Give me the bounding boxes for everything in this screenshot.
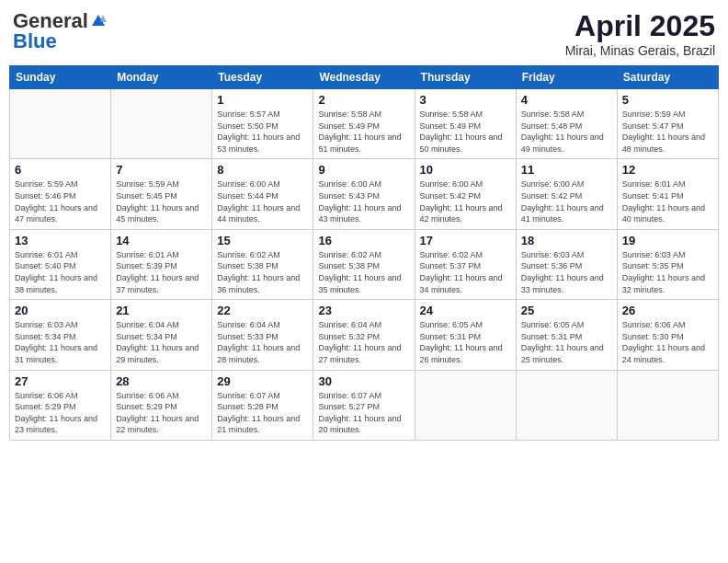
calendar-week-row: 1Sunrise: 5:57 AM Sunset: 5:50 PM Daylig… [10,89,719,159]
day-number: 22 [217,304,308,317]
calendar-cell: 17Sunrise: 6:02 AM Sunset: 5:37 PM Dayli… [415,229,516,299]
day-number: 16 [318,234,409,247]
day-number: 14 [116,234,207,247]
calendar-week-row: 6Sunrise: 5:59 AM Sunset: 5:46 PM Daylig… [10,159,719,229]
day-detail: Sunrise: 6:05 AM Sunset: 5:31 PM Dayligh… [420,319,511,365]
day-number: 9 [318,163,409,177]
calendar-cell: 3Sunrise: 5:58 AM Sunset: 5:49 PM Daylig… [415,89,516,159]
day-number: 19 [622,234,713,247]
day-detail: Sunrise: 6:01 AM Sunset: 5:39 PM Dayligh… [116,249,207,295]
calendar-cell: 7Sunrise: 5:59 AM Sunset: 5:45 PM Daylig… [111,159,212,229]
calendar-cell: 10Sunrise: 6:00 AM Sunset: 5:42 PM Dayli… [415,159,516,229]
calendar-cell: 9Sunrise: 6:00 AM Sunset: 5:43 PM Daylig… [313,159,415,229]
day-number: 5 [622,93,713,107]
day-detail: Sunrise: 5:59 AM Sunset: 5:46 PM Dayligh… [15,178,106,224]
day-number: 18 [521,234,612,247]
day-number: 8 [217,163,308,177]
day-detail: Sunrise: 6:00 AM Sunset: 5:42 PM Dayligh… [420,178,511,224]
calendar-cell: 21Sunrise: 6:04 AM Sunset: 5:34 PM Dayli… [111,300,212,370]
day-number: 7 [116,163,207,177]
day-number: 3 [420,93,511,107]
day-number: 4 [521,93,612,107]
calendar-cell: 15Sunrise: 6:02 AM Sunset: 5:38 PM Dayli… [212,229,313,299]
calendar-cell: 13Sunrise: 6:01 AM Sunset: 5:40 PM Dayli… [10,229,111,299]
day-detail: Sunrise: 6:02 AM Sunset: 5:37 PM Dayligh… [420,249,511,295]
day-number: 2 [318,93,409,107]
calendar-cell: 22Sunrise: 6:04 AM Sunset: 5:33 PM Dayli… [212,300,313,370]
day-header-thursday: Thursday [415,66,516,89]
day-detail: Sunrise: 6:03 AM Sunset: 5:35 PM Dayligh… [622,249,713,295]
calendar-cell: 11Sunrise: 6:00 AM Sunset: 5:42 PM Dayli… [516,159,617,229]
day-detail: Sunrise: 6:01 AM Sunset: 5:41 PM Dayligh… [622,178,713,224]
day-detail: Sunrise: 6:06 AM Sunset: 5:30 PM Dayligh… [622,319,713,365]
day-number: 26 [622,304,713,317]
day-detail: Sunrise: 6:04 AM Sunset: 5:32 PM Dayligh… [318,319,409,365]
day-detail: Sunrise: 5:58 AM Sunset: 5:48 PM Dayligh… [521,109,612,155]
day-header-saturday: Saturday [617,66,718,89]
calendar-week-row: 20Sunrise: 6:03 AM Sunset: 5:34 PM Dayli… [10,300,719,370]
day-detail: Sunrise: 6:05 AM Sunset: 5:31 PM Dayligh… [521,319,612,365]
calendar-cell: 25Sunrise: 6:05 AM Sunset: 5:31 PM Dayli… [516,300,617,370]
day-detail: Sunrise: 6:00 AM Sunset: 5:42 PM Dayligh… [521,178,612,224]
calendar-cell: 29Sunrise: 6:07 AM Sunset: 5:28 PM Dayli… [212,370,313,440]
page-header: General Blue April 2025 Mirai, Minas Ger… [9,9,719,58]
day-detail: Sunrise: 6:00 AM Sunset: 5:43 PM Dayligh… [318,178,409,224]
day-number: 28 [116,374,207,388]
day-number: 17 [420,234,511,247]
day-detail: Sunrise: 5:58 AM Sunset: 5:49 PM Dayligh… [318,109,409,155]
day-detail: Sunrise: 6:03 AM Sunset: 5:36 PM Dayligh… [521,249,612,295]
day-number: 23 [318,304,409,317]
day-detail: Sunrise: 6:04 AM Sunset: 5:33 PM Dayligh… [217,319,308,365]
day-detail: Sunrise: 6:02 AM Sunset: 5:38 PM Dayligh… [217,249,308,295]
day-number: 10 [420,163,511,177]
calendar-cell: 5Sunrise: 5:59 AM Sunset: 5:47 PM Daylig… [617,89,718,159]
day-header-tuesday: Tuesday [212,66,313,89]
day-number: 15 [217,234,308,247]
calendar-cell [617,370,718,440]
day-detail: Sunrise: 6:07 AM Sunset: 5:28 PM Dayligh… [217,390,308,436]
calendar-cell: 18Sunrise: 6:03 AM Sunset: 5:36 PM Dayli… [516,229,617,299]
day-detail: Sunrise: 5:57 AM Sunset: 5:50 PM Dayligh… [217,109,308,155]
calendar-cell: 16Sunrise: 6:02 AM Sunset: 5:38 PM Dayli… [313,229,415,299]
calendar-week-row: 27Sunrise: 6:06 AM Sunset: 5:29 PM Dayli… [10,370,719,440]
day-header-monday: Monday [111,66,212,89]
day-header-wednesday: Wednesday [313,66,415,89]
day-header-sunday: Sunday [10,66,111,89]
calendar-cell: 27Sunrise: 6:06 AM Sunset: 5:29 PM Dayli… [10,370,111,440]
calendar-cell: 2Sunrise: 5:58 AM Sunset: 5:49 PM Daylig… [313,89,415,159]
calendar-cell: 30Sunrise: 6:07 AM Sunset: 5:27 PM Dayli… [313,370,415,440]
day-detail: Sunrise: 6:07 AM Sunset: 5:27 PM Dayligh… [318,390,409,436]
day-number: 1 [217,93,308,107]
day-detail: Sunrise: 6:02 AM Sunset: 5:38 PM Dayligh… [318,249,409,295]
calendar-cell: 26Sunrise: 6:06 AM Sunset: 5:30 PM Dayli… [617,300,718,370]
location: Mirai, Minas Gerais, Brazil [565,43,715,58]
day-number: 6 [15,163,106,177]
day-detail: Sunrise: 5:59 AM Sunset: 5:45 PM Dayligh… [116,178,207,224]
logo: General Blue [13,9,107,53]
day-number: 24 [420,304,511,317]
title-block: April 2025 Mirai, Minas Gerais, Brazil [565,9,715,58]
day-number: 13 [15,234,106,247]
day-number: 21 [116,304,207,317]
calendar-week-row: 13Sunrise: 6:01 AM Sunset: 5:40 PM Dayli… [10,229,719,299]
day-number: 12 [622,163,713,177]
calendar-cell: 19Sunrise: 6:03 AM Sunset: 5:35 PM Dayli… [617,229,718,299]
calendar-cell: 23Sunrise: 6:04 AM Sunset: 5:32 PM Dayli… [313,300,415,370]
day-detail: Sunrise: 6:00 AM Sunset: 5:44 PM Dayligh… [217,178,308,224]
calendar-cell: 1Sunrise: 5:57 AM Sunset: 5:50 PM Daylig… [212,89,313,159]
calendar-cell: 28Sunrise: 6:06 AM Sunset: 5:29 PM Dayli… [111,370,212,440]
day-number: 11 [521,163,612,177]
logo-icon [90,13,107,29]
calendar-cell: 6Sunrise: 5:59 AM Sunset: 5:46 PM Daylig… [10,159,111,229]
calendar-cell: 14Sunrise: 6:01 AM Sunset: 5:39 PM Dayli… [111,229,212,299]
logo-blue: Blue [13,29,57,53]
calendar-cell: 4Sunrise: 5:58 AM Sunset: 5:48 PM Daylig… [516,89,617,159]
day-number: 27 [15,374,106,388]
day-number: 25 [521,304,612,317]
day-detail: Sunrise: 6:06 AM Sunset: 5:29 PM Dayligh… [15,390,106,436]
day-detail: Sunrise: 5:59 AM Sunset: 5:47 PM Dayligh… [622,109,713,155]
day-number: 20 [15,304,106,317]
calendar-cell [111,89,212,159]
day-detail: Sunrise: 6:06 AM Sunset: 5:29 PM Dayligh… [116,390,207,436]
calendar-cell: 20Sunrise: 6:03 AM Sunset: 5:34 PM Dayli… [10,300,111,370]
